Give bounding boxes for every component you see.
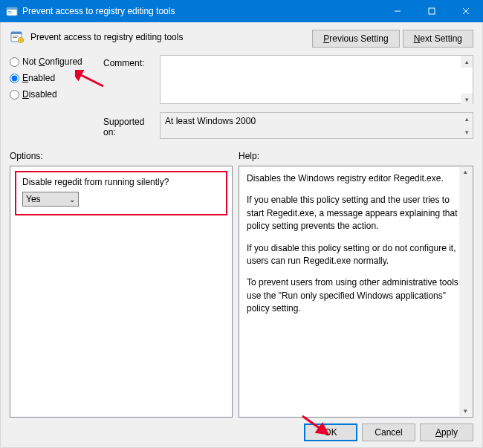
option-value-text: Yes xyxy=(26,194,41,204)
svg-rect-10 xyxy=(13,36,19,36)
option-value-combo[interactable]: Yes ⌄ xyxy=(22,192,79,207)
titlebar: Prevent access to registry editing tools xyxy=(0,0,483,22)
help-text-p2: If you enable this policy setting and th… xyxy=(247,194,465,233)
supported-on-text: At least Windows 2000 xyxy=(165,116,256,126)
policy-icon xyxy=(10,30,25,45)
policy-editor-window: Prevent access to registry editing tools xyxy=(0,0,483,448)
previous-setting-button[interactable]: Previous Setting xyxy=(312,30,399,48)
window-title: Prevent access to registry editing tools xyxy=(22,6,380,16)
minimize-button[interactable] xyxy=(380,0,415,22)
content-area: Prevent access to registry editing tools… xyxy=(0,22,483,448)
comment-textarea[interactable] xyxy=(160,55,473,104)
svg-point-13 xyxy=(20,39,22,41)
help-text-p4: To prevent users from using other admini… xyxy=(247,276,465,315)
supported-label: Supported on: xyxy=(103,114,155,137)
radio-enabled-input[interactable] xyxy=(10,74,19,83)
options-panel: Disable regedit from running silently? Y… xyxy=(10,166,233,418)
radio-disabled[interactable]: Disabled xyxy=(10,89,99,100)
svg-rect-1 xyxy=(7,7,17,10)
annotation-highlight-box: Disable regedit from running silently? Y… xyxy=(15,171,227,215)
svg-rect-11 xyxy=(13,37,17,38)
close-button[interactable] xyxy=(449,0,483,22)
help-text-p1: Disables the Windows registry editor Reg… xyxy=(247,172,465,185)
svg-rect-2 xyxy=(8,11,11,12)
cancel-button[interactable]: Cancel xyxy=(362,423,415,441)
next-setting-button[interactable]: Next Setting xyxy=(403,30,473,48)
state-radio-group: Not Configured Enabled Disabled xyxy=(10,55,99,105)
options-section-label: Options: xyxy=(10,151,239,161)
comment-label: Comment: xyxy=(103,55,155,68)
apply-button[interactable]: Apply xyxy=(420,423,473,441)
chevron-down-icon: ⌄ xyxy=(69,195,75,204)
ok-button[interactable]: OK xyxy=(304,423,357,441)
help-text-p3: If you disable this policy setting or do… xyxy=(247,242,465,268)
svg-rect-9 xyxy=(11,32,22,34)
help-panel: Disables the Windows registry editor Reg… xyxy=(239,166,473,418)
radio-not-configured-input[interactable] xyxy=(10,57,19,67)
radio-enabled[interactable]: Enabled xyxy=(10,73,99,83)
radio-disabled-input[interactable] xyxy=(10,90,19,100)
app-icon xyxy=(6,5,18,17)
help-section-label: Help: xyxy=(239,151,259,161)
maximize-button[interactable] xyxy=(415,0,449,22)
option-question-label: Disable regedit from running silently? xyxy=(22,177,220,187)
policy-title: Prevent access to registry editing tools xyxy=(30,32,183,42)
radio-not-configured[interactable]: Not Configured xyxy=(10,56,99,67)
svg-rect-5 xyxy=(429,8,435,14)
svg-rect-3 xyxy=(8,13,13,13)
supported-on-box: At least Windows 2000 xyxy=(160,112,473,139)
